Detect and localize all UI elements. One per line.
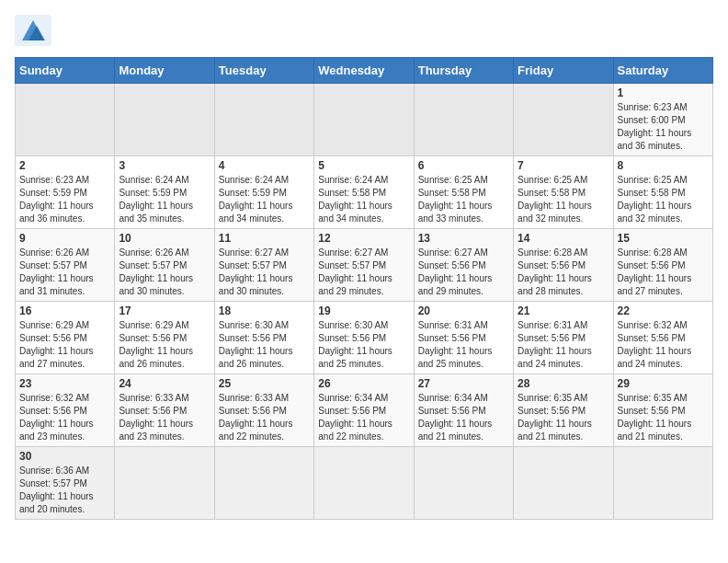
cell-info: Sunrise: 6:29 AM Sunset: 5:56 PM Dayligh… <box>19 319 110 371</box>
weekday-header: Monday <box>115 58 214 84</box>
calendar-cell: 24Sunrise: 6:33 AM Sunset: 5:56 PM Dayli… <box>115 374 214 447</box>
cell-info: Sunrise: 6:24 AM Sunset: 5:59 PM Dayligh… <box>119 174 210 225</box>
cell-info: Sunrise: 6:34 AM Sunset: 5:56 PM Dayligh… <box>418 392 509 443</box>
calendar-cell: 14Sunrise: 6:28 AM Sunset: 5:56 PM Dayli… <box>514 229 613 302</box>
calendar: SundayMondayTuesdayWednesdayThursdayFrid… <box>15 57 713 520</box>
day-number: 26 <box>318 377 409 390</box>
calendar-cell: 7Sunrise: 6:25 AM Sunset: 5:58 PM Daylig… <box>514 156 613 229</box>
day-number: 12 <box>318 232 409 245</box>
calendar-cell: 29Sunrise: 6:35 AM Sunset: 5:56 PM Dayli… <box>613 374 712 447</box>
cell-info: Sunrise: 6:28 AM Sunset: 5:56 PM Dayligh… <box>518 247 609 298</box>
day-number: 23 <box>19 377 110 390</box>
day-number: 6 <box>418 159 509 172</box>
calendar-cell <box>314 84 414 156</box>
calendar-week-row: 23Sunrise: 6:32 AM Sunset: 5:56 PM Dayli… <box>16 374 713 447</box>
weekday-header: Thursday <box>414 58 513 84</box>
day-number: 24 <box>119 377 210 390</box>
cell-info: Sunrise: 6:32 AM Sunset: 5:56 PM Dayligh… <box>618 319 709 371</box>
day-number: 3 <box>119 159 210 172</box>
day-number: 14 <box>518 232 609 245</box>
day-number: 10 <box>119 232 210 245</box>
weekday-header: Tuesday <box>214 58 313 84</box>
day-number: 21 <box>518 304 609 317</box>
calendar-cell: 22Sunrise: 6:32 AM Sunset: 5:56 PM Dayli… <box>613 302 712 374</box>
calendar-cell: 19Sunrise: 6:30 AM Sunset: 5:56 PM Dayli… <box>314 302 414 374</box>
cell-info: Sunrise: 6:31 AM Sunset: 5:56 PM Dayligh… <box>418 319 509 371</box>
day-number: 22 <box>618 304 709 317</box>
calendar-cell: 25Sunrise: 6:33 AM Sunset: 5:56 PM Dayli… <box>214 374 313 447</box>
calendar-cell: 1Sunrise: 6:23 AM Sunset: 6:00 PM Daylig… <box>613 84 712 156</box>
calendar-cell: 18Sunrise: 6:30 AM Sunset: 5:56 PM Dayli… <box>214 302 313 374</box>
calendar-cell: 27Sunrise: 6:34 AM Sunset: 5:56 PM Dayli… <box>414 374 513 447</box>
cell-info: Sunrise: 6:35 AM Sunset: 5:56 PM Dayligh… <box>618 392 709 443</box>
day-number: 20 <box>418 304 509 317</box>
cell-info: Sunrise: 6:28 AM Sunset: 5:56 PM Dayligh… <box>618 247 709 298</box>
calendar-cell <box>214 84 313 156</box>
calendar-cell <box>414 84 513 156</box>
day-number: 7 <box>518 159 609 172</box>
calendar-cell: 2Sunrise: 6:23 AM Sunset: 5:59 PM Daylig… <box>16 156 115 229</box>
calendar-cell: 15Sunrise: 6:28 AM Sunset: 5:56 PM Dayli… <box>613 229 712 302</box>
calendar-cell <box>613 447 712 520</box>
calendar-cell: 16Sunrise: 6:29 AM Sunset: 5:56 PM Dayli… <box>16 302 115 374</box>
day-number: 9 <box>19 232 110 245</box>
cell-info: Sunrise: 6:33 AM Sunset: 5:56 PM Dayligh… <box>119 392 210 443</box>
day-number: 15 <box>618 232 709 245</box>
calendar-week-row: 30Sunrise: 6:36 AM Sunset: 5:57 PM Dayli… <box>16 447 713 520</box>
calendar-cell: 8Sunrise: 6:25 AM Sunset: 5:58 PM Daylig… <box>613 156 712 229</box>
cell-info: Sunrise: 6:33 AM Sunset: 5:56 PM Dayligh… <box>219 392 310 443</box>
logo-icon <box>15 15 51 46</box>
cell-info: Sunrise: 6:24 AM Sunset: 5:58 PM Dayligh… <box>318 174 409 225</box>
calendar-cell <box>214 447 313 520</box>
calendar-cell: 17Sunrise: 6:29 AM Sunset: 5:56 PM Dayli… <box>115 302 214 374</box>
calendar-cell <box>314 447 414 520</box>
day-number: 4 <box>219 159 310 172</box>
calendar-week-row: 9Sunrise: 6:26 AM Sunset: 5:57 PM Daylig… <box>16 229 713 302</box>
cell-info: Sunrise: 6:26 AM Sunset: 5:57 PM Dayligh… <box>119 247 210 298</box>
cell-info: Sunrise: 6:27 AM Sunset: 5:56 PM Dayligh… <box>418 247 509 298</box>
day-number: 25 <box>219 377 310 390</box>
day-number: 27 <box>418 377 509 390</box>
day-number: 11 <box>219 232 310 245</box>
calendar-cell: 28Sunrise: 6:35 AM Sunset: 5:56 PM Dayli… <box>514 374 613 447</box>
calendar-week-row: 16Sunrise: 6:29 AM Sunset: 5:56 PM Dayli… <box>16 302 713 374</box>
calendar-cell: 30Sunrise: 6:36 AM Sunset: 5:57 PM Dayli… <box>16 447 115 520</box>
day-number: 29 <box>618 377 709 390</box>
calendar-cell: 21Sunrise: 6:31 AM Sunset: 5:56 PM Dayli… <box>514 302 613 374</box>
calendar-week-row: 2Sunrise: 6:23 AM Sunset: 5:59 PM Daylig… <box>16 156 713 229</box>
day-number: 1 <box>618 86 709 99</box>
calendar-cell <box>115 84 214 156</box>
day-number: 19 <box>318 304 409 317</box>
calendar-cell <box>514 447 613 520</box>
cell-info: Sunrise: 6:34 AM Sunset: 5:56 PM Dayligh… <box>318 392 409 443</box>
calendar-cell: 11Sunrise: 6:27 AM Sunset: 5:57 PM Dayli… <box>214 229 313 302</box>
calendar-cell: 26Sunrise: 6:34 AM Sunset: 5:56 PM Dayli… <box>314 374 414 447</box>
calendar-week-row: 1Sunrise: 6:23 AM Sunset: 6:00 PM Daylig… <box>16 84 713 156</box>
calendar-cell: 13Sunrise: 6:27 AM Sunset: 5:56 PM Dayli… <box>414 229 513 302</box>
day-number: 5 <box>318 159 409 172</box>
weekday-header: Saturday <box>613 58 712 84</box>
calendar-cell <box>16 84 115 156</box>
calendar-cell: 3Sunrise: 6:24 AM Sunset: 5:59 PM Daylig… <box>115 156 214 229</box>
cell-info: Sunrise: 6:35 AM Sunset: 5:56 PM Dayligh… <box>518 392 609 443</box>
cell-info: Sunrise: 6:31 AM Sunset: 5:56 PM Dayligh… <box>518 319 609 371</box>
cell-info: Sunrise: 6:23 AM Sunset: 6:00 PM Dayligh… <box>618 101 709 153</box>
calendar-header-row: SundayMondayTuesdayWednesdayThursdayFrid… <box>16 58 713 84</box>
day-number: 13 <box>418 232 509 245</box>
cell-info: Sunrise: 6:27 AM Sunset: 5:57 PM Dayligh… <box>219 247 310 298</box>
cell-info: Sunrise: 6:26 AM Sunset: 5:57 PM Dayligh… <box>19 247 110 298</box>
calendar-cell <box>514 84 613 156</box>
cell-info: Sunrise: 6:25 AM Sunset: 5:58 PM Dayligh… <box>418 174 509 225</box>
calendar-cell: 20Sunrise: 6:31 AM Sunset: 5:56 PM Dayli… <box>414 302 513 374</box>
calendar-cell <box>414 447 513 520</box>
page-header <box>15 15 713 46</box>
weekday-header: Friday <box>514 58 613 84</box>
calendar-cell: 4Sunrise: 6:24 AM Sunset: 5:59 PM Daylig… <box>214 156 313 229</box>
calendar-cell <box>115 447 214 520</box>
day-number: 17 <box>119 304 210 317</box>
day-number: 16 <box>19 304 110 317</box>
calendar-cell: 23Sunrise: 6:32 AM Sunset: 5:56 PM Dayli… <box>16 374 115 447</box>
cell-info: Sunrise: 6:25 AM Sunset: 5:58 PM Dayligh… <box>618 174 709 225</box>
weekday-header: Wednesday <box>314 58 414 84</box>
calendar-cell: 5Sunrise: 6:24 AM Sunset: 5:58 PM Daylig… <box>314 156 414 229</box>
